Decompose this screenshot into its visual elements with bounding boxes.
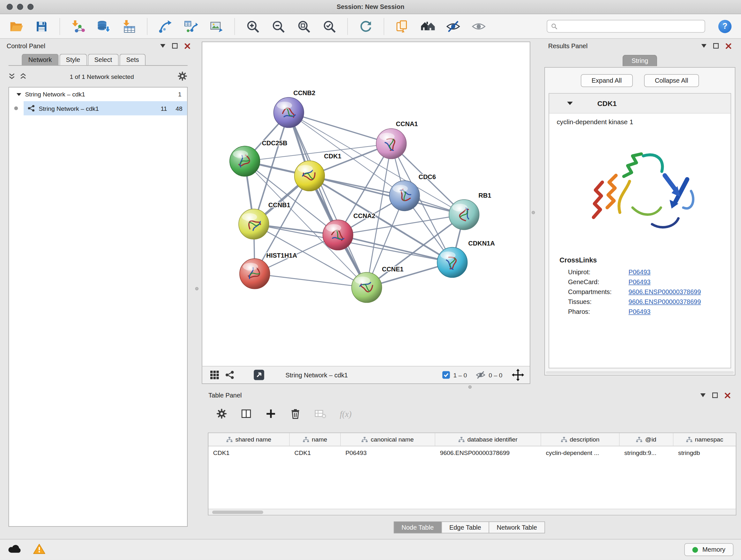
panel-close-button[interactable] xyxy=(185,43,191,49)
pan-mode-button[interactable] xyxy=(512,369,524,381)
panel-close-button[interactable] xyxy=(725,43,731,49)
zoom-selected-button[interactable] xyxy=(320,17,339,36)
protein-section-header[interactable]: CDK1 xyxy=(549,94,731,113)
column-header-database-identifier[interactable]: database identifier xyxy=(435,433,541,446)
crosslink-link-pharos[interactable]: P06493 xyxy=(629,308,651,315)
left-splitter-handle[interactable] xyxy=(195,287,199,290)
panel-collapse-button[interactable] xyxy=(160,44,165,48)
column-header-shared-name[interactable]: shared name xyxy=(208,433,290,446)
tab-style[interactable]: Style xyxy=(59,54,87,65)
toolbar-separator xyxy=(234,18,235,35)
tab-network-table[interactable]: Network Table xyxy=(488,521,545,533)
crosslink-link-tissues[interactable]: 9606.ENSP00000378699 xyxy=(629,298,701,305)
network-node-CCNA2[interactable] xyxy=(323,220,353,250)
network-node-CDC6[interactable] xyxy=(389,181,420,211)
network-canvas[interactable]: CCNB2CCNA1CDC25BCDK1CDC6RB1CCNB1CCNA2CDK… xyxy=(202,42,530,366)
delete-rows-button[interactable] xyxy=(290,408,301,421)
column-type-icon xyxy=(458,437,464,442)
tab-network[interactable]: Network xyxy=(22,54,58,65)
copy-document-button[interactable] xyxy=(393,17,412,36)
show-columns-button[interactable] xyxy=(241,408,252,421)
panel-close-button[interactable] xyxy=(724,392,731,398)
home-views-button[interactable] xyxy=(418,17,437,36)
delete-column-button[interactable] xyxy=(314,408,327,421)
scrollbar-thumb[interactable] xyxy=(212,510,263,514)
export-image-button[interactable] xyxy=(207,17,226,36)
network-node-CCNE1[interactable] xyxy=(352,272,382,303)
column-header-canonical-name[interactable]: canonical name xyxy=(341,433,435,446)
network-view-toolbar: String Network – cdk1 1 – 0 0 – 0 xyxy=(202,366,530,383)
network-node-CCNB2[interactable] xyxy=(273,98,304,128)
birdseye-view-button[interactable] xyxy=(225,370,234,380)
clone-network-button[interactable] xyxy=(182,17,200,36)
tab-select[interactable]: Select xyxy=(88,54,119,65)
bottom-splitter-handle[interactable] xyxy=(468,385,472,388)
import-network-database-button[interactable] xyxy=(94,17,113,36)
warnings-button[interactable] xyxy=(33,543,46,556)
network-row[interactable]: String Network – cdk1 11 48 xyxy=(9,101,187,115)
new-network-from-selection-button[interactable] xyxy=(156,17,175,36)
toolbar-separator xyxy=(147,18,147,35)
right-splitter-handle[interactable] xyxy=(532,211,535,214)
column-header-description[interactable]: description xyxy=(541,433,620,446)
hidden-counts: 0 – 0 xyxy=(488,371,502,378)
network-collection-row[interactable]: String Network – cdk1 1 xyxy=(9,87,187,101)
import-table-file-button[interactable] xyxy=(120,17,138,36)
birdseye-network-icon xyxy=(225,370,234,380)
apply-function-button[interactable]: f(x) xyxy=(340,409,352,419)
open-session-button[interactable] xyxy=(7,17,25,36)
collapse-all-networks-button[interactable] xyxy=(9,72,15,80)
zoom-fit-button[interactable] xyxy=(294,17,313,36)
tab-sets[interactable]: Sets xyxy=(120,54,145,65)
tab-edge-table[interactable]: Edge Table xyxy=(441,521,489,533)
grid-view-button[interactable] xyxy=(210,370,219,380)
memory-label: Memory xyxy=(702,546,725,553)
crosslink-link-uniprot[interactable]: P06493 xyxy=(629,268,651,275)
panel-float-button[interactable] xyxy=(713,43,719,49)
disclosure-triangle-icon xyxy=(17,92,21,97)
network-node-CCNA1[interactable] xyxy=(376,129,407,159)
network-node-CCNB1[interactable] xyxy=(239,209,269,240)
crosslink-link-genecard[interactable]: P06493 xyxy=(629,278,651,286)
hide-selected-button[interactable] xyxy=(444,17,463,36)
network-node-CDK1[interactable] xyxy=(294,161,325,191)
show-all-button[interactable] xyxy=(469,17,488,36)
results-scrollbar[interactable] xyxy=(546,371,734,374)
cloud-status-button[interactable] xyxy=(8,544,22,556)
panel-float-button[interactable] xyxy=(172,43,178,49)
search-input[interactable] xyxy=(560,23,701,30)
panel-collapse-button[interactable] xyxy=(701,44,706,48)
column-header-id[interactable]: @id xyxy=(619,433,673,446)
table-row[interactable]: CDK1 CDK1 P06493 9606.ENSP00000378699 cy… xyxy=(208,446,736,459)
network-node-HIST1H1A[interactable] xyxy=(240,259,270,289)
refresh-button[interactable] xyxy=(356,17,375,36)
column-header-namespace[interactable]: namespac xyxy=(673,433,736,446)
network-node-CDKN1A[interactable] xyxy=(437,247,468,277)
table-toolbar: f(x) xyxy=(216,404,352,424)
column-type-icon xyxy=(561,437,567,442)
tab-node-table[interactable]: Node Table xyxy=(394,521,442,533)
crosslink-link-compartments[interactable]: 9606.ENSP00000378699 xyxy=(629,288,701,295)
memory-button[interactable]: Memory xyxy=(684,543,734,556)
table-horizontal-scrollbar[interactable] xyxy=(208,509,736,515)
expand-all-button[interactable]: Expand All xyxy=(581,74,633,87)
column-header-name[interactable]: name xyxy=(290,433,341,446)
network-options-gear-button[interactable] xyxy=(177,71,188,82)
zoom-out-button[interactable] xyxy=(269,17,288,36)
network-row-selected[interactable]: String Network – cdk1 11 48 xyxy=(23,101,187,115)
panel-collapse-button[interactable] xyxy=(700,393,705,397)
network-node-CDC25B[interactable] xyxy=(230,146,260,177)
network-node-RB1[interactable] xyxy=(449,199,479,230)
help-button[interactable]: ? xyxy=(718,19,731,33)
detach-view-button[interactable] xyxy=(253,369,265,381)
panel-float-button[interactable] xyxy=(712,392,718,398)
add-column-button[interactable] xyxy=(265,408,277,421)
zoom-in-button[interactable] xyxy=(244,17,262,36)
table-settings-gear-button[interactable] xyxy=(216,408,227,421)
save-session-button[interactable] xyxy=(32,17,51,36)
import-network-file-button[interactable] xyxy=(69,17,87,36)
search-box[interactable] xyxy=(547,20,705,33)
collapse-all-button[interactable]: Collapse All xyxy=(644,74,699,87)
expand-all-networks-button[interactable] xyxy=(20,72,26,80)
tab-string[interactable]: String xyxy=(623,55,657,66)
